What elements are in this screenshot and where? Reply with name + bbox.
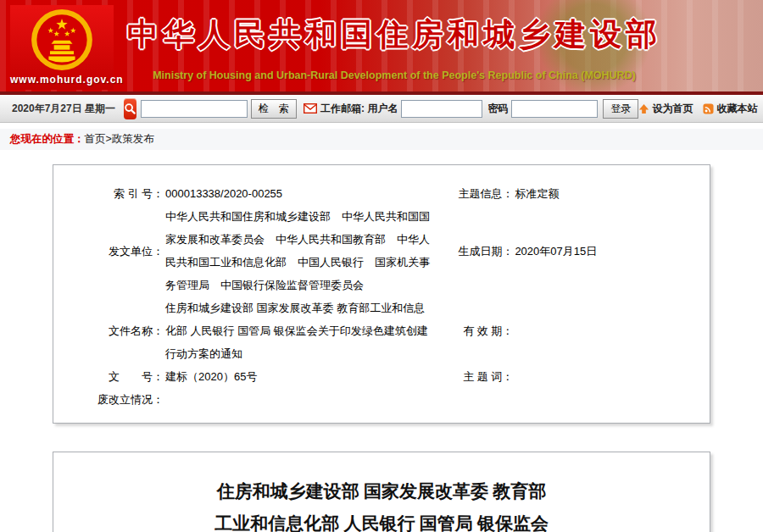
issue-date-label: 生成日期： — [432, 240, 513, 263]
site-subtitle: Ministry of Housing and Urban-Rural Deve… — [119, 69, 670, 81]
index-number-value: 000013338/2020-00255 — [164, 182, 432, 205]
favorite-label: 收藏本站 — [716, 102, 757, 116]
set-home-label: 设为首页 — [652, 102, 693, 116]
breadcrumb-gap — [0, 123, 763, 129]
validity-label: 有 效 期： — [432, 319, 513, 342]
doc-number-value: 建标（2020）65号 — [164, 365, 432, 388]
site-url: www.mohurd.gov.cn — [10, 74, 114, 86]
info-row: 文 号：建标（2020）65号 主 题 词： — [77, 365, 699, 388]
file-name-label: 文件名称： — [77, 319, 164, 342]
info-row: 废改立情况： — [77, 388, 699, 411]
repeal-status-label: 废改立情况： — [77, 388, 164, 411]
username-input[interactable] — [401, 100, 482, 118]
national-emblem-block: www.mohurd.gov.cn — [10, 5, 114, 90]
issue-date-value: 2020年07月15日 — [513, 240, 699, 263]
info-row: 索 引 号：000013338/2020-00255 主题信息：标准定额 — [77, 182, 699, 205]
set-home-link[interactable]: 设为首页 — [638, 102, 693, 116]
breadcrumb-path[interactable]: 首页>政策发布 — [85, 132, 154, 147]
date-text: 2020年7月27日 星期一 — [12, 102, 115, 116]
mail-username-label: 工作邮箱: 用户名 — [320, 102, 398, 116]
topic-info-value: 标准定额 — [513, 182, 699, 205]
search-icon — [124, 98, 136, 119]
home-arrow-icon — [638, 103, 649, 114]
site-header: www.mohurd.gov.cn 中华人民共和国住房和城乡建设部 Minist… — [0, 0, 763, 95]
breadcrumb-prefix: 您现在的位置： — [10, 132, 85, 147]
document-title-line: 工业和信息化部 人民银行 国管局 银保监会 — [53, 507, 710, 532]
search-button[interactable]: 检 索 — [251, 99, 297, 119]
keywords-label: 主 题 词： — [432, 365, 513, 388]
site-title-block: 中华人民共和国住房和城乡建设部 Ministry of Housing and … — [119, 14, 670, 81]
file-name-value: 住房和城乡建设部 国家发展改革委 教育部工业和信息化部 人民银行 国管局 银保监… — [164, 296, 432, 365]
national-emblem-icon — [29, 7, 95, 73]
login-button[interactable]: 登录 — [603, 99, 638, 119]
issuing-unit-label: 发文单位： — [77, 240, 164, 263]
bookmark-feed-icon — [703, 103, 714, 114]
info-row: 发文单位：中华人民共和国住房和城乡建设部 中华人民共和国国家发展和改革委员会 中… — [77, 205, 699, 296]
document-info-box: 索 引 号：000013338/2020-00255 主题信息：标准定额 发文单… — [53, 164, 710, 424]
document-title-box: 住房和城乡建设部 国家发展改革委 教育部 工业和信息化部 人民银行 国管局 银保… — [53, 452, 710, 532]
topic-info-label: 主题信息： — [432, 182, 513, 205]
password-input[interactable] — [511, 100, 598, 118]
info-row: 文件名称：住房和城乡建设部 国家发展改革委 教育部工业和信息化部 人民银行 国管… — [77, 296, 699, 365]
document-title-line: 住房和城乡建设部 国家发展改革委 教育部 — [53, 475, 710, 507]
search-input[interactable] — [141, 100, 248, 118]
doc-number-label: 文 号： — [77, 365, 164, 388]
favorite-link[interactable]: 收藏本站 — [703, 102, 757, 116]
document-title: 住房和城乡建设部 国家发展改革委 教育部 工业和信息化部 人民银行 国管局 银保… — [53, 475, 710, 532]
toolbar: 2020年7月27日 星期一 检 索 工作邮箱: 用户名 密码 登录 设为首页 … — [0, 95, 763, 123]
site-title: 中华人民共和国住房和城乡建设部 — [119, 14, 670, 56]
index-number-label: 索 引 号： — [77, 182, 164, 205]
issuing-unit-value: 中华人民共和国住房和城乡建设部 中华人民共和国国家发展和改革委员会 中华人民共和… — [164, 205, 432, 296]
breadcrumb: 您现在的位置： 首页>政策发布 — [0, 129, 763, 150]
password-label: 密码 — [487, 102, 508, 116]
mail-icon — [304, 103, 317, 114]
